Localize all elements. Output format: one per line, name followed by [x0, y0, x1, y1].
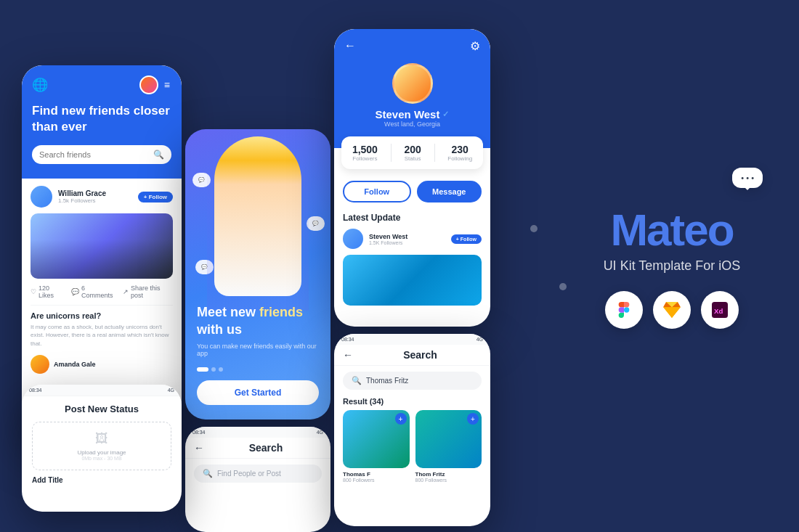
latest-post-image [343, 255, 482, 306]
verified-badge: ✓ [442, 110, 449, 119]
deco-dot-1 [530, 225, 538, 232]
carousel-dots [197, 367, 319, 372]
bottom-user-name: Amanda Gale [54, 361, 96, 368]
search-bar[interactable]: 🔍 [32, 145, 171, 164]
back-button[interactable]: ← [343, 349, 353, 361]
stat-followers: 1,500 Followers [352, 144, 378, 162]
comments-count: 6 Comments [81, 285, 117, 299]
topright-area: ≡ [139, 75, 171, 94]
post-image [31, 213, 173, 279]
get-started-button[interactable]: Get Started [197, 380, 319, 405]
statusbar: 08:34 4G [22, 385, 182, 396]
card3-headline: Meet new friends with us [197, 304, 319, 338]
status-time: 08:34 [341, 337, 354, 342]
headline-part1: Meet new [197, 305, 259, 319]
followers-label: Followers [352, 155, 378, 162]
card2-body: Post New Status 🖼 Upload your image 0Mb … [22, 396, 182, 491]
likes-action[interactable]: ♡ 120 Likes [31, 285, 65, 299]
profile-stats: 1,500 Followers 200 Status 230 Following [341, 136, 483, 169]
message-button[interactable]: Message [417, 181, 482, 202]
topbar: ← Search [334, 345, 490, 366]
profile-header: ← ⚙ Steven West ✓ West land, Georgia [334, 29, 490, 148]
latest-info: Steven West 1.5K Followers [369, 233, 445, 245]
card2-title: Post New Status [32, 404, 171, 414]
card3-subtext: You can make new friends easily with our… [197, 343, 319, 357]
status-signal: 4G [168, 388, 174, 393]
card1-header: 🌐 ≡ Find new friends closer than ever 🔍 [22, 65, 182, 179]
result-label: Result (34) [334, 396, 490, 410]
user-row: William Grace 1.5k Followers + Follow [31, 186, 173, 208]
person-card-1: + Thomas F 800 Followers [343, 410, 410, 483]
headline-friends: friends [259, 305, 303, 319]
status-label: Status [404, 155, 421, 162]
statusbar: 08:34 4G [185, 427, 330, 438]
mateo-subtitle: UI Kit Template For iOS [567, 258, 777, 274]
person-followers-2: 800 Followers [415, 478, 482, 483]
avatar-small [139, 75, 158, 94]
chat-dots: • • • [741, 173, 754, 182]
image-overlay [31, 213, 173, 279]
add-friend-2[interactable]: + [467, 413, 479, 425]
post-actions: ♡ 120 Likes 💬 6 Comments ↗ Share this po… [31, 285, 173, 306]
post-text: It may come as a shock, but actually uni… [31, 323, 173, 348]
bottom-avatar [31, 355, 49, 374]
latest-update-section: Latest Update Steven West 1.5K Followers… [334, 213, 490, 306]
stat-divider-2 [434, 144, 435, 162]
tools-row: Xd [567, 291, 777, 329]
likes-count: 120 Likes [38, 285, 65, 299]
back-button[interactable]: ← [194, 442, 204, 454]
add-friend-1[interactable]: + [395, 413, 407, 425]
share-label: Share this post [131, 285, 173, 299]
following-label: Following [447, 155, 472, 162]
menu-icon[interactable]: ≡ [164, 79, 171, 91]
comments-action[interactable]: 💬 6 Comments [71, 285, 117, 299]
status-signal: 4G [476, 337, 483, 342]
follow-button[interactable]: + Follow [138, 192, 173, 202]
user-avatar [31, 186, 52, 208]
upload-area[interactable]: 🖼 Upload your image 0Mb max - 30 MB [32, 422, 171, 470]
post-title: Are unicorns real? [31, 311, 173, 320]
dot-2 [211, 367, 216, 372]
search-bar[interactable]: 🔍 Thomas Fritz [343, 372, 482, 390]
follow-small-button[interactable]: + Follow [451, 234, 482, 244]
search-bar[interactable]: 🔍 Find People or Post [194, 465, 322, 483]
card3-text-block: Meet new friends with us You can make ne… [197, 304, 319, 405]
latest-followers: 1.5K Followers [369, 240, 445, 245]
status-time: 08:34 [192, 430, 206, 435]
profile-topbar: ← ⚙ [344, 39, 480, 53]
back-button[interactable]: ← [344, 39, 356, 53]
card1-body: William Grace 1.5k Followers + Follow ♡ … [22, 179, 182, 381]
person-card-2: + Thom Fritz 800 Followers [415, 410, 482, 483]
card6-title: Search [359, 349, 482, 361]
search-results-card: 08:34 4G ← Search 🔍 Thomas Fritz Result … [334, 334, 490, 526]
comment-icon: 💬 [71, 288, 79, 295]
heart-icon: ♡ [31, 288, 36, 295]
figma-icon [605, 291, 643, 329]
upload-text: Upload your image [41, 449, 162, 456]
upload-icon: 🖼 [41, 431, 162, 446]
search-card-bottom: 08:34 4G ← Search 🔍 Find People or Post [185, 427, 330, 532]
latest-user-name: Steven West [369, 233, 445, 240]
user-info: William Grace 1.5k Followers [58, 189, 132, 204]
chat-bubble-2: 💬 [307, 216, 325, 231]
stat-status: 200 Status [404, 144, 421, 162]
settings-icon[interactable]: ⚙ [470, 39, 480, 53]
status-signal: 4G [317, 430, 323, 435]
profile-actions: Follow Message [334, 181, 490, 202]
status-count: 200 [404, 144, 421, 155]
follow-button[interactable]: Follow [343, 181, 411, 202]
profile-name: Steven West ✓ [344, 108, 480, 120]
dot-1 [197, 367, 208, 372]
stat-divider-1 [391, 144, 392, 162]
followers-count: 1,500 [352, 144, 378, 155]
user-followers: 1.5k Followers [58, 197, 132, 204]
share-action[interactable]: ↗ Share this post [123, 285, 173, 299]
add-title-label: Add Title [32, 476, 171, 484]
deco-dot-2 [559, 283, 567, 290]
headline-part2: with us [197, 322, 242, 337]
mateo-branding: • • • Mateo UI Kit Template For iOS [567, 204, 777, 329]
upload-size: 0Mb max - 30 MB [41, 456, 162, 461]
search-input[interactable] [39, 150, 149, 159]
person-name-2: Thom Fritz [415, 471, 482, 478]
mateo-title: Mateo [567, 204, 777, 255]
